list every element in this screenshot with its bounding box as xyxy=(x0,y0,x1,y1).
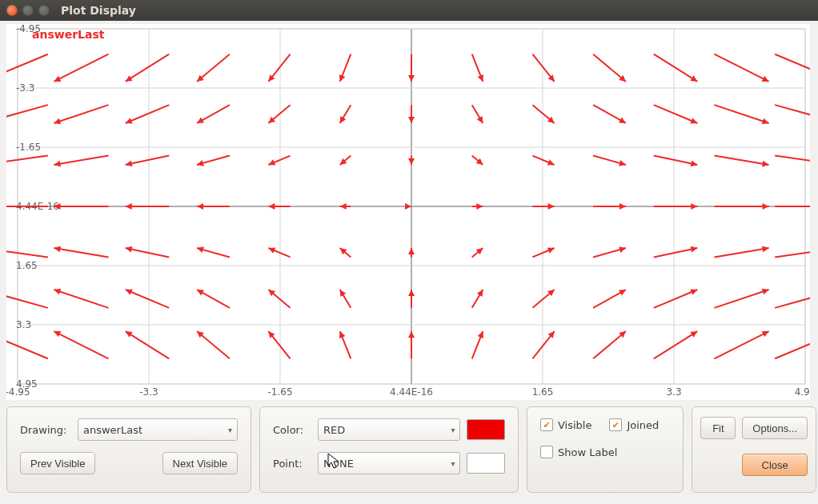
options-button[interactable]: Options... xyxy=(742,417,808,439)
plot-area: 4.953.31.654.44E-16-1.65-3.3-4.95-4.95-3… xyxy=(6,24,812,400)
svg-marker-125 xyxy=(548,203,555,210)
svg-text:1.65: 1.65 xyxy=(16,260,38,271)
color-swatch[interactable] xyxy=(467,419,505,440)
svg-marker-115 xyxy=(197,203,203,210)
svg-line-180 xyxy=(654,105,697,123)
svg-marker-43 xyxy=(408,331,415,338)
svg-line-164 xyxy=(126,105,169,123)
svg-marker-117 xyxy=(268,203,275,210)
color-select[interactable]: RED xyxy=(318,418,460,441)
prev-visible-button[interactable]: Prev Visible xyxy=(20,452,95,474)
svg-line-34 xyxy=(126,331,169,358)
svg-line-206 xyxy=(654,54,697,82)
show-label-checkbox[interactable]: Show Label xyxy=(540,446,617,458)
svg-line-60 xyxy=(126,290,169,308)
svg-text:4.95: 4.95 xyxy=(795,386,810,398)
svg-line-106 xyxy=(775,248,810,257)
svg-line-56 xyxy=(6,290,48,308)
svg-text:-4.95: -4.95 xyxy=(6,386,30,398)
svg-line-104 xyxy=(714,248,768,257)
visibility-panel: Visible Joined Show Label xyxy=(527,406,684,493)
svg-marker-183 xyxy=(762,118,769,125)
svg-line-50 xyxy=(654,331,697,358)
next-visible-button[interactable]: Next Visible xyxy=(162,452,238,474)
svg-marker-113 xyxy=(126,203,132,210)
svg-text:answerLast: answerLast xyxy=(32,28,105,41)
svg-marker-85 xyxy=(54,246,61,252)
svg-line-84 xyxy=(54,248,108,257)
svg-line-76 xyxy=(654,290,697,308)
svg-line-102 xyxy=(654,248,697,257)
svg-marker-69 xyxy=(408,290,415,296)
svg-marker-131 xyxy=(763,203,769,210)
svg-marker-87 xyxy=(126,246,133,253)
svg-line-138 xyxy=(126,156,169,165)
drawing-label: Drawing: xyxy=(20,424,68,436)
window-title: Plot Display xyxy=(61,4,136,17)
svg-text:-3.3: -3.3 xyxy=(139,386,158,398)
drawing-select[interactable]: answerLast xyxy=(78,418,238,441)
svg-text:-1.65: -1.65 xyxy=(267,386,292,398)
svg-line-184 xyxy=(775,105,810,123)
svg-line-154 xyxy=(654,156,697,165)
svg-line-208 xyxy=(714,54,768,82)
svg-line-186 xyxy=(6,54,48,82)
checkbox-icon xyxy=(609,418,622,431)
drawing-panel: Drawing: answerLast Prev Visible Next Vi… xyxy=(6,406,251,493)
svg-text:-3.3: -3.3 xyxy=(16,82,34,94)
svg-marker-105 xyxy=(762,246,769,252)
svg-marker-157 xyxy=(762,161,769,167)
svg-marker-59 xyxy=(54,289,61,295)
svg-text:3.3: 3.3 xyxy=(16,319,31,330)
point-select[interactable]: NONE xyxy=(318,452,460,474)
svg-marker-79 xyxy=(762,289,769,295)
window-minimize-icon[interactable] xyxy=(22,5,34,16)
svg-text:-1.65: -1.65 xyxy=(16,142,41,153)
svg-text:1.65: 1.65 xyxy=(532,386,554,398)
svg-text:3.3: 3.3 xyxy=(666,386,681,398)
svg-marker-199 xyxy=(408,75,415,82)
svg-line-58 xyxy=(54,290,108,308)
svg-text:4.44E-16: 4.44E-16 xyxy=(390,386,433,398)
svg-line-78 xyxy=(714,290,768,308)
svg-line-190 xyxy=(126,54,169,82)
svg-marker-173 xyxy=(408,117,415,123)
titlebar: Plot Display xyxy=(0,0,818,21)
svg-marker-127 xyxy=(620,203,626,210)
svg-line-162 xyxy=(54,105,108,123)
svg-marker-155 xyxy=(691,160,698,166)
svg-line-30 xyxy=(6,331,48,358)
svg-marker-95 xyxy=(408,248,415,254)
window-maximize-icon[interactable] xyxy=(38,5,50,16)
svg-line-136 xyxy=(54,156,108,165)
window-close-icon[interactable] xyxy=(6,5,18,16)
svg-marker-119 xyxy=(340,203,347,210)
point-swatch[interactable] xyxy=(467,453,505,474)
svg-line-188 xyxy=(54,54,108,82)
svg-line-156 xyxy=(714,156,768,165)
svg-marker-163 xyxy=(54,118,61,125)
svg-line-158 xyxy=(775,156,810,165)
control-bar: Drawing: answerLast Prev Visible Next Vi… xyxy=(6,406,812,493)
vector-plot[interactable]: 4.953.31.654.44E-16-1.65-3.3-4.95-4.95-3… xyxy=(6,24,810,400)
fit-button[interactable]: Fit xyxy=(700,417,736,439)
svg-line-134 xyxy=(6,156,48,165)
visible-checkbox[interactable]: Visible xyxy=(540,418,591,431)
point-label: Point: xyxy=(273,458,308,470)
svg-marker-137 xyxy=(54,161,61,167)
svg-line-32 xyxy=(54,331,108,358)
style-panel: Color: RED Point: NONE xyxy=(259,406,519,493)
svg-marker-147 xyxy=(408,158,415,165)
color-label: Color: xyxy=(273,424,308,436)
svg-line-160 xyxy=(6,105,48,123)
svg-marker-123 xyxy=(476,203,483,210)
joined-checkbox[interactable]: Joined xyxy=(609,418,659,431)
svg-marker-129 xyxy=(691,203,697,210)
action-panel: Fit Options... Close xyxy=(692,406,816,493)
svg-line-210 xyxy=(775,54,810,82)
checkbox-icon xyxy=(540,446,553,458)
svg-marker-103 xyxy=(691,246,698,253)
svg-line-182 xyxy=(714,105,768,123)
close-button[interactable]: Close xyxy=(742,454,808,476)
svg-line-54 xyxy=(775,331,810,358)
